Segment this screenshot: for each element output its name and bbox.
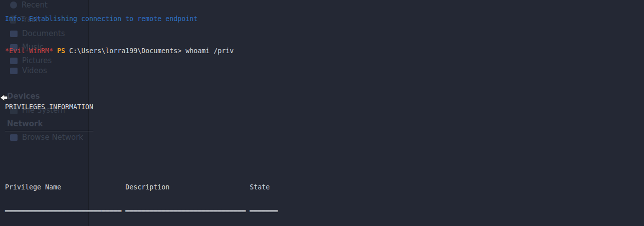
mouse-cursor [0,93,9,102]
blank-line [5,151,635,159]
prompt-command: C:\Users\lorra199\Documents> whoami /pri… [69,47,234,55]
col-header-privilege-name: Privilege Name [5,183,125,191]
col-header-description: Description [125,183,250,191]
ps-tag: PS [53,47,69,55]
privileges-title-underline: ────────────────────── [5,127,635,135]
blank-line [5,79,635,87]
screen: Recent Trash Documents Music Pictures Vi… [0,0,644,226]
priv-table-header: Privilege NameDescriptionState [5,183,635,191]
privileges-title: PRIVILEGES INFORMATION [5,103,635,111]
evil-winrm-tag: *Evil-WinRM* [5,47,53,55]
col-header-state: State [250,183,270,191]
prompt-line-whoami-priv: *Evil-WinRM* PS C:\Users\lorra199\Docume… [5,47,635,55]
terminal-info-line: Info: Establishing connection to remote … [5,15,635,23]
terminal[interactable]: Info: Establishing connection to remote … [5,0,635,226]
priv-table-separator: ════════════════════════════════════════… [5,207,635,215]
